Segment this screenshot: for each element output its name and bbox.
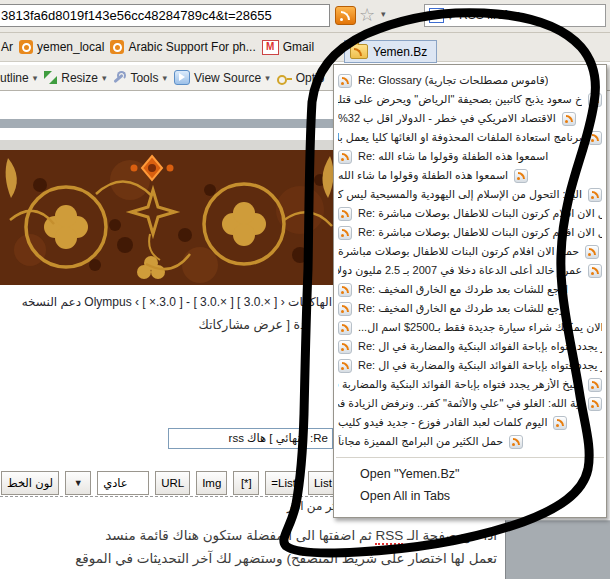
rss-misspelled-word: RSS — [375, 528, 403, 545]
feed-menu-item[interactable]: Re: ارجع للشات بعد طردك مع الخارق المخيف — [334, 280, 606, 299]
font-style-combobox[interactable]: عادي — [97, 471, 149, 495]
devtoolbar-item[interactable]: Tools▾ — [113, 71, 167, 85]
post-title-input[interactable]: Re: [ نهائي ] هاك rss — [168, 428, 333, 449]
editor-button[interactable]: Img — [196, 471, 227, 495]
devtoolbar-item[interactable]: View Source▾ — [174, 70, 270, 85]
view-your-posts-link[interactable]: بدة [ عرض مشاركاتك — [0, 317, 310, 332]
feed-item-title: خ سعود يذبح كاتبين بصحيفة "الرياض" ويحرض… — [338, 93, 582, 106]
feed-menu-item[interactable]: ...الان يمكنك شراء سيارة جديدة فقط بـ250… — [334, 318, 606, 337]
bookmark-item[interactable]: Arabic Support For ph... — [110, 40, 255, 54]
footer-text: ثم اضفتها الى المفضلة ستكون هناك قائمة م… — [105, 528, 375, 543]
bookmark-label: Arabic Support For ph... — [128, 40, 255, 54]
bookmark-item[interactable]: yemen_local — [19, 40, 104, 54]
feed-item-title: Re: Glossary (قاموس مصطلحات تجارية) — [358, 74, 548, 87]
feed-menu-item[interactable]: حمل الان افلام كرتون البنات للاطفال بوصل… — [334, 242, 606, 261]
resize-icon — [44, 71, 57, 84]
bookmark-item[interactable]: Ar — [1, 40, 13, 54]
bookmark-label: yemen_local — [37, 40, 104, 54]
feed-item-title: Re: ارجع للشات بعد طردك مع الخارق المخيف — [358, 283, 568, 296]
chevron-down-icon[interactable]: ▾ — [381, 9, 386, 19]
url-input[interactable]: 3813fa6d8019f143e56cc48284789c4&t=28655 — [0, 4, 330, 27]
phpbb-icon — [19, 40, 33, 54]
feed-menu-item[interactable]: Re: الأزهر يجدد فتواه بإباحة الفوائد الب… — [334, 356, 606, 375]
feed-item-title: الاقتصاد الامريكي في خطر - الدولار اقل ب… — [338, 112, 556, 125]
rss-feed-icon — [338, 283, 352, 297]
editor-divider — [0, 496, 333, 497]
devtoolbar-item-label: Tools — [130, 71, 158, 85]
devtoolbar-item[interactable]: Resize▾ — [44, 71, 106, 85]
bookmark-label: Gmail — [283, 40, 314, 54]
bookmark-item[interactable]: MGmail — [262, 40, 314, 55]
feed-menu-item[interactable]: Re: Glossary (قاموس مصطلحات تجارية) — [334, 71, 606, 90]
rss-feed-icon — [338, 150, 352, 164]
page-header-band — [0, 119, 340, 128]
phpbb-icon — [110, 40, 124, 54]
chevron-down-icon: ▾ — [33, 73, 38, 83]
chevron-down-icon: ▾ — [102, 73, 107, 83]
editor-button[interactable]: =List — [265, 471, 302, 495]
wrench-icon — [113, 71, 126, 84]
feed-item-title: شيخ الأزهر يجدد فتواه بإباحة الفوائد الب… — [338, 378, 582, 391]
editor-button[interactable]: لون الخط — [1, 471, 59, 495]
devtoolbar-item[interactable]: utline▾ — [0, 71, 37, 85]
feed-menu-item[interactable]: Re: الأزهر يجدد فتواه بإباحة الفوائد الب… — [334, 337, 606, 356]
view-source-icon — [174, 70, 190, 85]
feed-item-title: اليوم كلمات لعبد القادر فوزع - جديد فيدو… — [338, 416, 547, 429]
devtoolbar-item-label: Resize — [61, 71, 98, 85]
feed-menu-item[interactable]: آية الله: الغلو في "علي والأئمة" كفر.. و… — [334, 394, 606, 413]
feed-item-title: Re: الأزهر يجدد فتواه بإباحة الفوائد الب… — [358, 340, 602, 353]
chevron-down-icon: ▾ — [265, 73, 270, 83]
live-bookmark-folder-icon — [350, 44, 368, 59]
rss-feed-icon — [588, 378, 602, 392]
gmail-icon: M — [262, 40, 279, 55]
feed-menu-item[interactable]: Re: حمل الان افلام كرتون البنات للاطفال … — [334, 204, 606, 223]
devtoolbar-item-label: Optio — [296, 71, 325, 85]
feed-menu-item[interactable]: Re: حمل الان افلام كرتون البنات للاطفال … — [334, 223, 606, 242]
bookmark-star-icon[interactable]: ☆ — [359, 3, 375, 27]
menu-separator — [336, 457, 604, 458]
feed-item-title: اسمعوا هذه الطفلة وقولوا ما شاء الله — [338, 169, 508, 182]
search-input[interactable]: G ▾ RSS firefox — [424, 4, 606, 27]
editor-button[interactable]: [*] — [233, 471, 259, 495]
rss-feed-icon — [338, 302, 352, 316]
feed-menu-item[interactable]: اليوم كلمات لعبد القادر فوزع - جديد فيدو… — [334, 413, 606, 432]
breadcrumb[interactable]: الهاكــات ‹ [ ×.3.0 ] Olympus ‹ [ ×.3.0 … — [0, 295, 332, 309]
rss-feed-icon — [338, 321, 352, 335]
feed-item-title: البنا: التحول من الإسلام إلى اليهودية وا… — [338, 188, 582, 201]
open-feed-menu-item[interactable]: Open "Yemen.Bz" — [334, 463, 606, 485]
editor-button[interactable]: URL — [155, 471, 190, 495]
google-icon[interactable]: G — [429, 8, 444, 23]
open-all-in-tabs-menu-item[interactable]: Open All in Tabs — [334, 485, 606, 507]
bookmarks-toolbar: Aryemen_localArabic Support For ph...MGm… — [0, 33, 610, 62]
rss-feed-icon — [588, 188, 602, 202]
feed-menu-item[interactable]: Re: اسمعوا هذه الطفلة وقولوا ما شاء الله — [334, 147, 606, 166]
rss-feed-icon — [338, 74, 352, 88]
feed-menu-item[interactable]: البنا: التحول من الإسلام إلى اليهودية وا… — [334, 185, 606, 204]
feed-item-title: حمل الان افلام كرتون البنات للاطفال بوصل… — [338, 245, 579, 258]
bookmark-yemen-bz-button[interactable]: Yemen.Bz — [344, 40, 437, 63]
feed-menu-item[interactable]: Re: ارجع للشات بعد طردك مع الخارق المخيف — [334, 299, 606, 318]
feed-menu-item[interactable]: عمرو خالد أعلى الدعاة دخلا في 2007 بـ 2.… — [334, 261, 606, 280]
feed-menu-item[interactable]: حمل الكثير من البرامج المميزة مجاناً — [334, 432, 606, 451]
rss-feed-icon — [585, 245, 599, 259]
devtoolbar-item-label: utline — [0, 71, 29, 85]
rss-feed-icon — [514, 169, 528, 183]
rss-feed-icon — [338, 207, 352, 221]
page-subheader-band — [0, 140, 340, 150]
combobox-arrow-button[interactable]: ▼ — [65, 471, 91, 495]
feed-item-list: Re: Glossary (قاموس مصطلحات تجارية)خ سعو… — [334, 71, 606, 451]
bookmark-label: Yemen.Bz — [373, 45, 427, 59]
feed-menu-item[interactable]: خ سعود يذبح كاتبين بصحيفة "الرياض" ويحرض… — [334, 90, 606, 109]
search-query[interactable]: RSS firefox — [459, 8, 520, 22]
feed-menu-item[interactable]: برنامج استعادة الملفات المحذوفة او الغائ… — [334, 128, 606, 147]
key-icon — [277, 71, 292, 85]
devtoolbar-item[interactable]: Optio — [277, 71, 325, 85]
feed-item-title: برنامج استعادة الملفات المحذوفة او الغائ… — [338, 131, 582, 144]
feed-menu-item[interactable]: الاقتصاد الامريكي في خطر - الدولار اقل ب… — [334, 109, 606, 128]
chevron-down-icon[interactable]: ▾ — [448, 12, 453, 22]
rss-feed-icon[interactable] — [335, 6, 356, 25]
feed-menu-item[interactable]: شيخ الأزهر يجدد فتواه بإباحة الفوائد الب… — [334, 375, 606, 394]
bookmark-label: Ar — [1, 40, 13, 54]
feed-item-title: ...الان يمكنك شراء سيارة جديدة فقط بـ250… — [358, 321, 602, 334]
feed-menu-item[interactable]: اسمعوا هذه الطفلة وقولوا ما شاء الله — [334, 166, 606, 185]
